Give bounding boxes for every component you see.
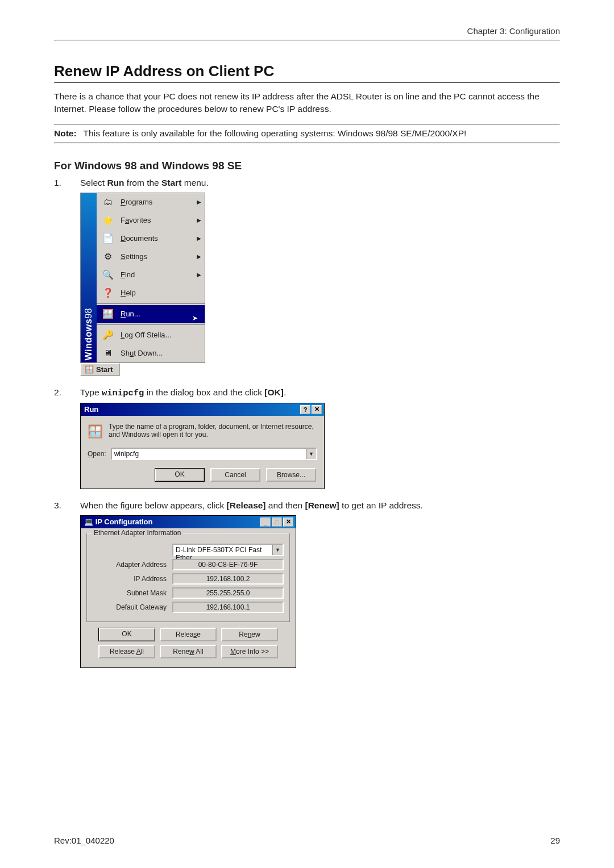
t: ore Info >>: [236, 648, 269, 656]
start-menu: Windows98 🗂 Programs ▶ ⭐ Favorites ▶ 📄 D…: [80, 193, 205, 363]
note-rule-bottom: [54, 143, 560, 144]
t: and then: [266, 500, 305, 510]
menu-item-help[interactable]: ❓ Help: [97, 284, 205, 302]
step-text: Select Run from the Start menu.: [80, 178, 560, 188]
t: un...: [126, 310, 140, 318]
ip-address-label: IP Address: [93, 575, 172, 583]
u: F: [121, 270, 125, 279]
note-row: Note: This feature is only available for…: [54, 125, 560, 143]
dropdown-arrow-icon[interactable]: ▼: [272, 545, 283, 555]
t: Sh: [121, 349, 130, 357]
browse-button[interactable]: Browse...: [266, 468, 316, 482]
ip-config-dialog: 💻 IP Configuration _ □ ✕ Ethernet Adapte…: [80, 515, 296, 668]
renew-all-button[interactable]: Renew All: [160, 645, 217, 658]
step-number: 2.: [54, 387, 64, 398]
adapter-group: Ethernet Adapter Information D-Link DFE-…: [86, 533, 290, 622]
t: Release: [110, 648, 136, 656]
t: [OK]: [264, 387, 284, 397]
menu-item-programs[interactable]: 🗂 Programs ▶: [97, 193, 205, 211]
help-titlebar-button[interactable]: ?: [300, 405, 310, 414]
ip-address-value: 192.168.100.2: [172, 573, 284, 585]
cancel-button[interactable]: Cancel: [210, 468, 260, 482]
u: w: [189, 648, 194, 656]
menu-item-run[interactable]: 🪟 Run... ➤: [97, 305, 205, 323]
maximize-titlebar-button: □: [272, 518, 282, 527]
ip-title: IP Configuration: [96, 518, 153, 526]
run-icon: 🪟: [101, 308, 115, 320]
menu-item-settings[interactable]: ⚙ Settings ▶: [97, 248, 205, 266]
adapter-select-value: D-Link DFE-530TX PCI Fast Ether: [173, 545, 272, 555]
more-info-button[interactable]: More Info >>: [221, 645, 278, 658]
t: Select: [80, 178, 107, 187]
open-label: Open:: [88, 450, 106, 458]
renew-button[interactable]: Renew: [221, 628, 278, 641]
u: B: [277, 471, 281, 479]
t: pen:: [93, 450, 106, 458]
submenu-arrow-icon: ▶: [197, 272, 201, 278]
ok-button[interactable]: OK: [98, 628, 155, 641]
windows-logo-icon: 🪟: [85, 365, 94, 374]
menu-item-documents[interactable]: 📄 Documents ▶: [97, 229, 205, 248]
subnet-mask-label: Subnet Mask: [93, 589, 172, 597]
shutdown-icon: 🖥: [101, 347, 115, 360]
start-button[interactable]: 🪟 Start: [80, 363, 120, 376]
step-2: 2. Type winipcfg in the dialog box and t…: [54, 387, 560, 398]
menu-item-shutdown[interactable]: 🖥 Shut Down...: [97, 344, 205, 362]
header-rule: [54, 40, 560, 41]
t: from the: [125, 178, 161, 187]
adapter-address-value: 00-80-C8-EF-76-9F: [172, 559, 284, 570]
section-heading: For Windows 98 and Windows 98 SE: [54, 160, 560, 172]
minimize-titlebar-button[interactable]: _: [260, 518, 271, 527]
u: H: [121, 289, 126, 297]
submenu-arrow-icon: ▶: [197, 235, 201, 241]
adapter-select[interactable]: D-Link DFE-530TX PCI Fast Ether ▼: [172, 544, 284, 556]
run-dialog-icon: 🪟: [88, 423, 103, 441]
default-gateway-label: Default Gateway: [93, 603, 172, 611]
step-number: 1.: [54, 178, 64, 188]
step-number: 3.: [54, 500, 64, 511]
step-3: 3. When the figure below appears, click …: [54, 500, 560, 511]
menu-item-logoff[interactable]: 🔑 Log Off Stella...: [97, 326, 205, 344]
ok-button[interactable]: OK: [155, 468, 205, 482]
release-all-button[interactable]: Release All: [98, 645, 155, 658]
logoff-icon: 🔑: [101, 329, 115, 341]
page-header-chapter: Chapter 3: Configuration: [467, 26, 560, 36]
ip-title-icon: 💻: [84, 518, 93, 526]
open-combobox[interactable]: winipcfg ▼: [111, 448, 317, 460]
t: Start: [161, 178, 181, 187]
t: vorites: [129, 216, 151, 224]
start-menu-list: 🗂 Programs ▶ ⭐ Favorites ▶ 📄 Documents ▶…: [97, 193, 205, 362]
release-button[interactable]: Release: [160, 628, 217, 641]
t: in the dialog box and the click: [144, 387, 264, 397]
run-titlebar: Run ? ✕: [81, 403, 324, 416]
t: e: [197, 631, 201, 639]
menu-item-favorites[interactable]: ⭐ Favorites ▶: [97, 211, 205, 229]
close-titlebar-button[interactable]: ✕: [312, 405, 322, 414]
default-gateway-value: 192.168.100.1: [172, 602, 284, 613]
step-text: Type winipcfg in the dialog box and the …: [80, 387, 560, 398]
run-title: Run: [84, 405, 98, 414]
t: F: [121, 216, 125, 224]
open-input-value[interactable]: winipcfg: [112, 449, 306, 459]
u: D: [121, 234, 126, 243]
submenu-arrow-icon: ▶: [197, 217, 201, 223]
brand-text: Windows: [84, 318, 93, 360]
note-label: Note:: [54, 128, 77, 139]
t: .: [284, 387, 286, 397]
taskbar-row: 🪟 Start: [80, 363, 560, 376]
close-titlebar-button[interactable]: ✕: [283, 518, 293, 527]
menu-item-find[interactable]: 🔍 Find ▶: [97, 266, 205, 284]
t: elp: [126, 289, 135, 297]
u: P: [121, 198, 126, 206]
page-title: Renew IP Address on Client PC: [54, 62, 560, 80]
ip-titlebar: 💻 IP Configuration _ □ ✕: [81, 516, 296, 528]
start-menu-brand-bar: Windows98: [81, 193, 97, 362]
t: When the figure below appears, click: [80, 500, 227, 510]
ip-config-screenshot: 💻 IP Configuration _ □ ✕ Ethernet Adapte…: [80, 515, 560, 668]
t: menu.: [181, 178, 208, 187]
run-description: Type the name of a program, folder, docu…: [109, 423, 317, 439]
t: to get an IP address.: [339, 500, 423, 510]
dropdown-arrow-icon[interactable]: ▼: [306, 449, 316, 459]
run-dialog: Run ? ✕ 🪟 Type the name of a program, fo…: [80, 403, 325, 489]
footer-page-number: 29: [550, 836, 560, 845]
